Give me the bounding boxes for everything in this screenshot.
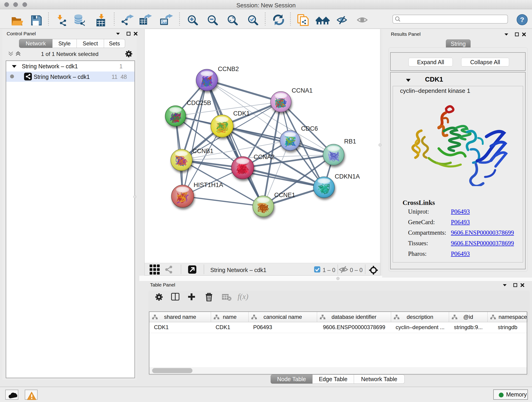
svg-text:CDC6: CDC6 (301, 125, 318, 132)
svg-text:?: ? (520, 16, 524, 23)
svg-text:CCNB1: CCNB1 (192, 148, 214, 154)
svg-text:CDC25B: CDC25B (187, 99, 211, 106)
svg-text:CCNB2: CCNB2 (218, 65, 239, 72)
svg-text:CCNA2: CCNA2 (254, 153, 275, 160)
svg-text:CCNA1: CCNA1 (292, 87, 313, 94)
svg-text:RB1: RB1 (344, 138, 356, 145)
svg-text:CCNE1: CCNE1 (274, 191, 295, 198)
svg-text:CDK1: CDK1 (233, 110, 250, 117)
svg-text:HIST1H1A: HIST1H1A (194, 182, 223, 188)
svg-text:CDKN1A: CDKN1A (335, 173, 360, 180)
